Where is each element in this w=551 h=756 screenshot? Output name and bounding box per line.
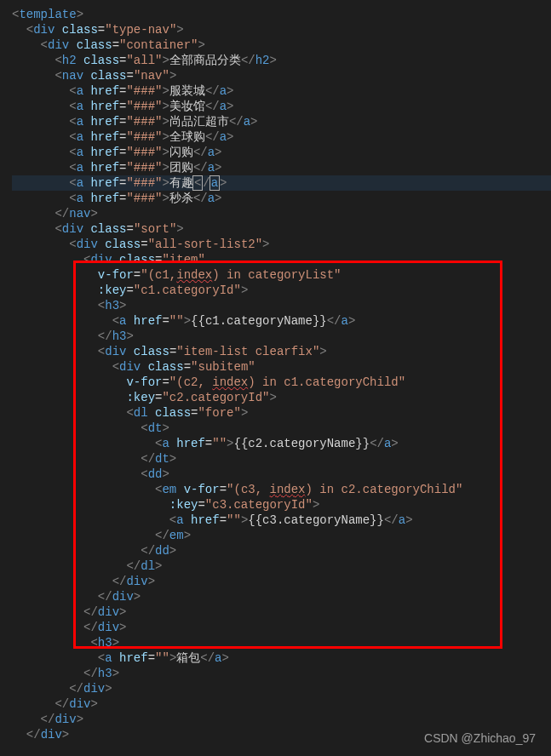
cursor-box: < <box>192 175 203 191</box>
watermark: CSDN @Zhichao_97 <box>424 730 536 746</box>
code-line: </div> <box>12 696 551 712</box>
code-line: :key="c1.categoryId"> <box>12 283 551 298</box>
code-line: </div> <box>12 604 551 620</box>
code-line: <dl class="fore"> <box>12 405 551 421</box>
code-line: <div class="sort"> <box>12 221 551 237</box>
code-line: <h3> <box>12 635 551 650</box>
code-line: <div class="type-nav"> <box>12 22 551 37</box>
code-line: </h3> <box>12 329 551 344</box>
code-line: </dd> <box>12 543 551 558</box>
code-editor[interactable]: <template> <div class="type-nav"> <div c… <box>0 0 551 742</box>
code-line: </div> <box>12 574 551 589</box>
code-line: <a href="###">全球购</a> <box>12 129 551 145</box>
code-line: </div> <box>12 681 551 696</box>
code-line: v-for="(c1,index) in categoryList" <box>12 267 551 283</box>
code-line: <dt> <box>12 421 551 436</box>
code-line: <div class="container"> <box>12 37 551 53</box>
code-line: <a href="">{{c2.categoryName}}</a> <box>12 436 551 451</box>
code-line: :key="c2.categoryId"> <box>12 390 551 405</box>
code-line: <dd> <box>12 467 551 482</box>
code-line: :key="c3.categoryId"> <box>12 497 551 513</box>
code-line: <a href="###">服装城</a> <box>12 83 551 99</box>
code-line: <a href="">箱包</a> <box>12 650 551 666</box>
code-line: <a href="###">秒杀</a> <box>12 191 551 206</box>
code-line: <h3> <box>12 298 551 313</box>
code-line: v-for="(c2, index) in c1.categoryChild" <box>12 375 551 390</box>
code-line: <div class="item" <box>12 252 551 267</box>
code-line: <a href="###">闪购</a> <box>12 145 551 160</box>
code-line: <em v-for="(c3, index) in c2.categoryChi… <box>12 482 551 497</box>
code-line: <a href="###">美妆馆</a> <box>12 99 551 114</box>
code-line: <h2 class="all">全部商品分类</h2> <box>12 53 551 68</box>
code-line: </h3> <box>12 666 551 681</box>
code-line: </dt> <box>12 451 551 467</box>
code-line: </div> <box>12 620 551 635</box>
code-line: <a href="">{{c3.categoryName}}</a> <box>12 513 551 528</box>
code-line: </div> <box>12 712 551 727</box>
code-line: <div class="all-sort-list2"> <box>12 237 551 252</box>
code-line: </dl> <box>12 558 551 574</box>
code-line: <nav class="nav"> <box>12 68 551 83</box>
code-line-active: <a href="###">有趣</a> <box>12 175 551 191</box>
code-line: <div class="item-list clearfix"> <box>12 344 551 359</box>
code-line: </div> <box>12 589 551 604</box>
code-line: <a href="">{{c1.categoryName}}</a> <box>12 313 551 329</box>
code-line: <a href="###">尚品汇超市</a> <box>12 114 551 129</box>
code-line: </nav> <box>12 206 551 221</box>
code-line: <div class="subitem" <box>12 359 551 375</box>
code-line: </em> <box>12 528 551 543</box>
code-line: <template> <box>12 7 551 22</box>
code-line: <a href="###">团购</a> <box>12 160 551 175</box>
